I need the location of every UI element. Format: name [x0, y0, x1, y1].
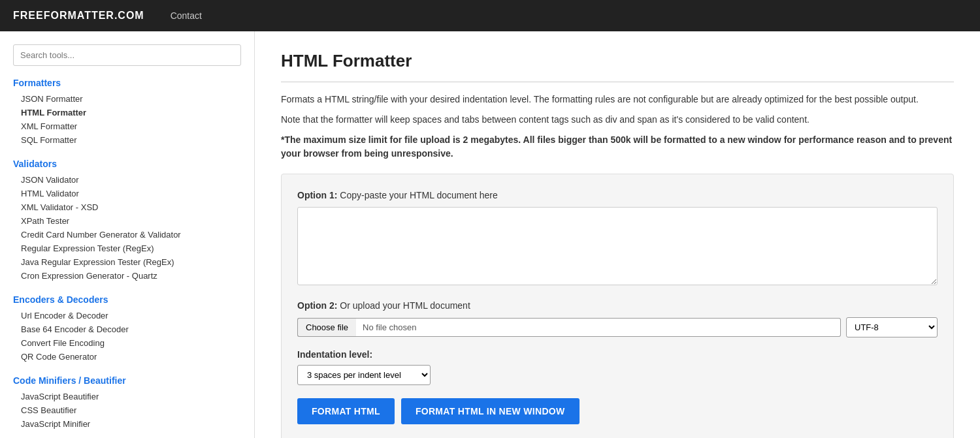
description-1: Formats a HTML string/file with your des…	[281, 93, 954, 106]
sidebar-item-js-beautifier[interactable]: JavaScript Beautifier	[13, 390, 241, 403]
encoding-select[interactable]: UTF-8 UTF-16 ISO-8859-1 US-ASCII	[846, 317, 938, 337]
file-name-display: No file chosen	[356, 318, 841, 337]
sidebar-item-html-validator[interactable]: HTML Validator	[13, 187, 241, 200]
sidebar-item-xpath-tester[interactable]: XPath Tester	[13, 214, 241, 228]
title-divider	[281, 82, 954, 82]
page-layout: Formatters JSON Formatter HTML Formatter…	[0, 31, 980, 438]
sidebar-item-css-beautifier[interactable]: CSS Beautifier	[13, 403, 241, 417]
search-input[interactable]	[13, 44, 241, 66]
form-area: Option 1: Copy-paste your HTML document …	[281, 174, 954, 438]
file-upload-wrapper: Choose file No file chosen	[297, 318, 841, 337]
description-2: Note that the formatter will keep spaces…	[281, 113, 954, 127]
button-row: FORMAT HTML FORMAT HTML IN NEW WINDOW	[297, 398, 938, 424]
format-html-button[interactable]: FORMAT HTML	[297, 398, 395, 424]
sidebar-item-url-encoder[interactable]: Url Encoder & Decoder	[13, 309, 241, 322]
main-content: HTML Formatter Formats a HTML string/fil…	[255, 31, 980, 438]
upload-row: Choose file No file chosen UTF-8 UTF-16 …	[297, 317, 938, 337]
indentation-select[interactable]: 2 spaces per indent level 3 spaces per i…	[297, 365, 431, 385]
sidebar-item-convert-encoding[interactable]: Convert File Encoding	[13, 336, 241, 350]
choose-file-button[interactable]: Choose file	[297, 318, 356, 337]
site-logo: FREEFORMATTER.COM	[13, 10, 144, 22]
sidebar-item-json-formatter[interactable]: JSON Formatter	[13, 92, 241, 106]
header-nav: Contact	[171, 10, 202, 21]
sidebar-item-base64-encoder[interactable]: Base 64 Encoder & Decoder	[13, 322, 241, 336]
format-html-new-window-button[interactable]: FORMAT HTML IN NEW WINDOW	[401, 398, 580, 424]
warning-text: *The maximum size limit for file upload …	[281, 133, 954, 161]
sidebar-section-encoders[interactable]: Encoders & Decoders	[13, 294, 241, 305]
sidebar-item-xml-formatter[interactable]: XML Formatter	[13, 119, 241, 133]
html-input-textarea[interactable]	[297, 207, 938, 285]
sidebar-item-xml-validator[interactable]: XML Validator - XSD	[13, 200, 241, 214]
indentation-label: Indentation level:	[297, 349, 938, 360]
sidebar-item-regex-tester[interactable]: Regular Expression Tester (RegEx)	[13, 242, 241, 255]
header: FREEFORMATTER.COM Contact	[0, 0, 980, 31]
sidebar-item-sql-formatter[interactable]: SQL Formatter	[13, 133, 241, 147]
contact-link[interactable]: Contact	[171, 10, 202, 21]
sidebar-item-qr-code[interactable]: QR Code Generator	[13, 350, 241, 364]
sidebar-item-cron-generator[interactable]: Cron Expression Generator - Quartz	[13, 269, 241, 283]
sidebar-item-java-regex-tester[interactable]: Java Regular Expression Tester (RegEx)	[13, 255, 241, 269]
sidebar-item-cc-generator[interactable]: Credit Card Number Generator & Validator	[13, 228, 241, 242]
option1-label: Option 1: Copy-paste your HTML document …	[297, 190, 938, 200]
page-title: HTML Formatter	[281, 51, 954, 71]
sidebar-section-validators[interactable]: Validators	[13, 159, 241, 169]
sidebar-section-minifiers[interactable]: Code Minifiers / Beautifier	[13, 375, 241, 386]
sidebar-item-js-minifier[interactable]: JavaScript Minifier	[13, 417, 241, 431]
sidebar: Formatters JSON Formatter HTML Formatter…	[0, 31, 255, 438]
sidebar-item-json-validator[interactable]: JSON Validator	[13, 173, 241, 187]
sidebar-item-html-formatter[interactable]: HTML Formatter	[13, 106, 241, 119]
sidebar-section-formatters[interactable]: Formatters	[13, 78, 241, 88]
option2-label: Option 2: Or upload your HTML document	[297, 300, 938, 311]
